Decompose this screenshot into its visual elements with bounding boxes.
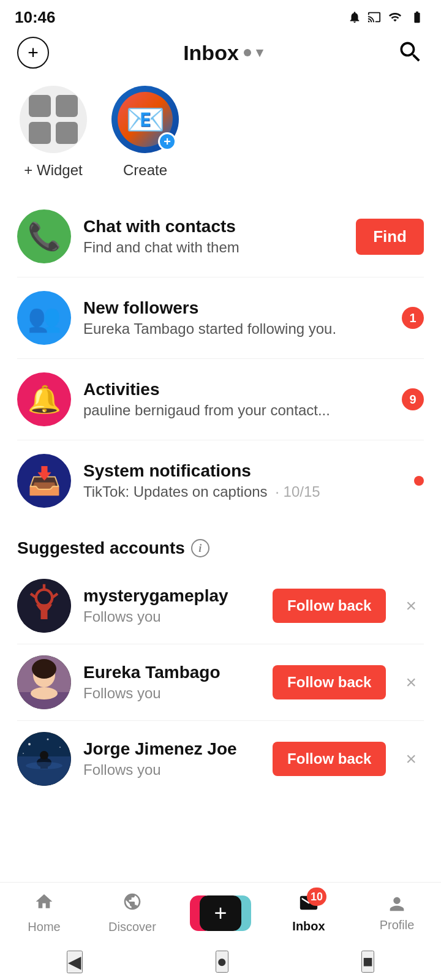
create-action[interactable]: 📧 + Create [111, 86, 179, 179]
chat-subtitle: Find and chat with them [83, 239, 344, 256]
find-button[interactable]: Find [356, 219, 424, 255]
profile-label: Profile [380, 918, 415, 932]
dismiss-mysterygameplay[interactable]: × [398, 590, 424, 621]
follow-back-jorge[interactable]: Follow back [273, 742, 386, 776]
info-icon[interactable]: i [191, 539, 209, 557]
profile-icon [386, 894, 407, 914]
followers-icon-wrap: 👥 [17, 291, 71, 345]
system-nav: ◀ ● ■ [0, 943, 441, 980]
eureka-name: Eureka Tambago [83, 663, 260, 682]
create-icon-wrap: 📧 + [111, 86, 179, 153]
svg-point-15 [28, 743, 31, 745]
bottom-nav: Home Discover + 10 Inbox Profile [0, 882, 441, 943]
svg-rect-5 [41, 605, 48, 619]
home-label: Home [28, 920, 60, 934]
back-button[interactable]: ◀ [67, 951, 83, 973]
widget-label: + Widget [24, 162, 82, 179]
wifi-icon [387, 10, 403, 24]
eureka-sub: Follows you [83, 685, 260, 702]
account-item-jorge[interactable]: Jorge Jimenez Joe Follows you Follow bac… [0, 721, 441, 797]
account-item-eureka[interactable]: Eureka Tambago Follows you Follow back × [0, 644, 441, 720]
title-dot [244, 49, 251, 56]
nav-item-profile[interactable]: Profile [366, 894, 428, 932]
activities-content: Activities pauline bernigaud from your c… [83, 380, 390, 419]
nav-item-discover[interactable]: Discover [102, 892, 163, 934]
jorge-avatar-art [17, 732, 71, 786]
system-dot [414, 476, 424, 486]
status-icons [348, 10, 426, 24]
svg-point-21 [40, 751, 48, 760]
svg-point-9 [32, 659, 56, 679]
home-button[interactable]: ● [216, 951, 228, 973]
system-icon-wrap: 📥 [17, 454, 71, 508]
nav-item-add[interactable]: + [190, 895, 251, 931]
follow-back-mysterygameplay[interactable]: Follow back [273, 589, 386, 623]
chat-icon-wrap: 📞 [17, 209, 71, 263]
search-icon [397, 39, 424, 66]
title-chevron: ▾ [256, 45, 263, 61]
recent-button[interactable]: ■ [361, 951, 374, 973]
battery-icon [408, 10, 426, 24]
discover-label: Discover [108, 920, 156, 934]
inbox-label: Inbox [292, 919, 325, 933]
home-icon [34, 892, 54, 916]
followers-content: New followers Eureka Tambago started fol… [83, 298, 390, 337]
nav-item-home[interactable]: Home [13, 892, 75, 934]
notif-item-followers[interactable]: 👥 New followers Eureka Tambago started f… [0, 277, 441, 358]
widget-icon [20, 86, 87, 153]
jorge-name: Jorge Jimenez Joe [83, 739, 260, 759]
activities-icon-wrap: 🔔 [17, 372, 71, 426]
mystery-avatar-art [17, 579, 71, 633]
svg-point-11 [31, 687, 58, 699]
activities-title: Activities [83, 380, 390, 399]
followers-title: New followers [83, 298, 390, 318]
create-label: Create [123, 162, 167, 179]
page-title: Inbox ▾ [183, 41, 263, 65]
system-subtitle: TikTok: Updates on captions · 10/15 [83, 483, 402, 500]
top-bar: + Inbox ▾ [0, 32, 441, 76]
mysterygameplay-name: mysterygameplay [83, 586, 260, 606]
followers-subtitle: Eureka Tambago started following you. [83, 320, 390, 337]
system-content: System notifications TikTok: Updates on … [83, 461, 402, 500]
suggested-accounts-title: Suggested accounts i [0, 521, 441, 568]
svg-point-17 [59, 747, 61, 748]
system-title: System notifications [83, 461, 402, 481]
quick-actions: + Widget 📧 + Create [0, 76, 441, 196]
dismiss-jorge[interactable]: × [398, 744, 424, 774]
chat-title: Chat with contacts [83, 217, 344, 236]
avatar-eureka [17, 655, 71, 709]
mysterygameplay-info: mysterygameplay Follows you [83, 586, 260, 625]
avatar-jorge [17, 732, 71, 786]
dismiss-eureka[interactable]: × [398, 667, 424, 698]
search-button[interactable] [397, 39, 424, 67]
discover-icon [123, 892, 142, 916]
notif-item-activities[interactable]: 🔔 Activities pauline bernigaud from your… [0, 359, 441, 440]
avatar-mysterygameplay [17, 579, 71, 633]
nav-item-inbox[interactable]: 10 Inbox [278, 892, 339, 933]
svg-point-18 [23, 753, 24, 754]
mysterygameplay-sub: Follows you [83, 608, 260, 625]
activities-badge: 9 [402, 388, 424, 410]
status-time: 10:46 [15, 8, 56, 27]
followers-badge: 1 [402, 307, 424, 329]
status-bar: 10:46 [0, 0, 441, 32]
chat-content: Chat with contacts Find and chat with th… [83, 217, 344, 256]
account-item-mysterygameplay[interactable]: mysterygameplay Follows you Follow back … [0, 568, 441, 644]
notification-icon [348, 10, 361, 24]
add-button[interactable]: + [17, 37, 49, 69]
suggested-accounts-section: Suggested accounts i mysterygameplay Fol… [0, 521, 441, 797]
notif-item-system[interactable]: 📥 System notifications TikTok: Updates o… [0, 440, 441, 521]
jorge-info: Jorge Jimenez Joe Follows you [83, 739, 260, 778]
jorge-sub: Follows you [83, 761, 260, 778]
cast-icon [366, 10, 382, 24]
svg-point-22 [26, 762, 62, 769]
notification-list: 📞 Chat with contacts Find and chat with … [0, 196, 441, 521]
svg-point-16 [47, 739, 49, 741]
notif-item-chat[interactable]: 📞 Chat with contacts Find and chat with … [0, 196, 441, 277]
eureka-info: Eureka Tambago Follows you [83, 663, 260, 702]
activities-subtitle: pauline bernigaud from your contact... [83, 402, 390, 419]
inbox-badge: 10 [307, 888, 326, 906]
eureka-avatar-art [17, 655, 71, 709]
follow-back-eureka[interactable]: Follow back [273, 665, 386, 699]
widget-action[interactable]: + Widget [20, 86, 87, 179]
